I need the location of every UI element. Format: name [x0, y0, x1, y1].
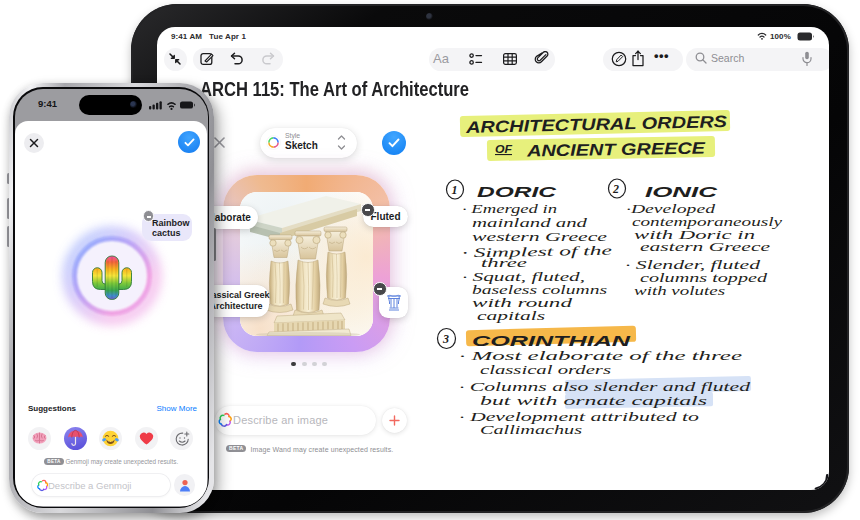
svg-text:capitals: capitals — [477, 308, 545, 323]
svg-text:OF: OF — [495, 143, 512, 155]
svg-text:· Columns also slender and flu: · Columns also slender and fluted — [459, 379, 751, 394]
svg-text:DORIC: DORIC — [477, 184, 557, 200]
svg-text:3: 3 — [442, 332, 449, 346]
svg-text:eastern Greece: eastern Greece — [640, 239, 770, 254]
svg-text:2: 2 — [612, 182, 619, 196]
svg-text:three: three — [481, 255, 527, 270]
svg-text:Callimachus: Callimachus — [480, 422, 582, 437]
svg-text:· Most elaborate of the three: · Most elaborate of the three — [459, 348, 742, 363]
svg-text:but with ornate capitals: but with ornate capitals — [480, 393, 707, 408]
svg-text:1: 1 — [452, 183, 458, 197]
svg-text:with volutes: with volutes — [634, 283, 725, 298]
svg-text:western Greece: western Greece — [472, 229, 607, 244]
svg-text:CORINTHIAN: CORINTHIAN — [472, 333, 631, 349]
svg-text:classical orders: classical orders — [480, 362, 611, 377]
svg-text:ANCIENT GREECE: ANCIENT GREECE — [526, 138, 707, 159]
svg-text:· Emerged in: · Emerged in — [462, 201, 557, 216]
svg-text:IONIC: IONIC — [645, 184, 718, 200]
